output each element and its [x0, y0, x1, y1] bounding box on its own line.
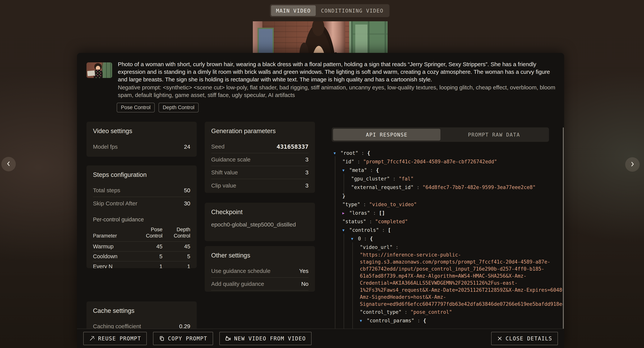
- expander-open-icon[interactable]: ▼: [342, 168, 349, 172]
- json-url-line: staging.s3.amazonaws.com/prompts/prompt_…: [332, 258, 563, 265]
- json-token: :: [358, 150, 367, 156]
- row-clip-value: Clip value 3: [211, 179, 308, 192]
- expander-closed-icon[interactable]: ▶: [342, 211, 349, 215]
- json-token: :: [414, 184, 422, 190]
- chevron-left-icon: [5, 161, 12, 168]
- json-url-line: 61a5fad8f739.mp4?X-Amz-Algorithm=AWS4-HM…: [332, 272, 563, 279]
- prompt-block: Photo of a woman with short, curly brown…: [118, 61, 557, 99]
- json-tree-row: ▼"control_params" : {: [332, 316, 563, 325]
- json-key: "meta": [349, 167, 367, 173]
- per-control-guidance-heading: Per-control guidance: [93, 216, 190, 223]
- new-video-from-video-button[interactable]: NEW VIDEO FROM VIDEO: [219, 332, 312, 345]
- copy-icon: [159, 335, 165, 341]
- json-tree-row: }: [332, 191, 563, 200]
- json-string-value: "prompt_7fccf41c-20d4-4589-a87e-cbf72674…: [363, 159, 497, 164]
- modal-scrollbar[interactable]: [563, 127, 564, 346]
- json-tree-row: ▼"controls" : [: [332, 226, 563, 234]
- json-key: "loras": [349, 210, 370, 216]
- card-title: Checkpoint: [211, 208, 308, 216]
- checkpoint-value: epoch0-global_step5000_distilled: [211, 221, 308, 228]
- card-title: Steps configuration: [93, 171, 190, 178]
- card-checkpoint: Checkpoint epoch0-global_step5000_distil…: [205, 203, 315, 241]
- json-index: 0: [358, 236, 361, 241]
- next-video-button[interactable]: [625, 157, 640, 172]
- json-tree-row: ▼0 : {: [332, 234, 563, 243]
- guidance-table: Parameter Pose Control Depth Control War…: [93, 224, 190, 268]
- indent-guide: [344, 174, 344, 196]
- json-tree-row: ▼"meta" : {: [332, 166, 563, 174]
- json-token: :: [379, 227, 388, 233]
- json-key: "external_request_id": [351, 184, 414, 190]
- copy-prompt-button[interactable]: COPY PROMPT: [153, 332, 213, 345]
- tab-conditioning-video[interactable]: CONDITIONING VIDEO: [316, 5, 388, 16]
- chevron-right-icon: [629, 161, 636, 168]
- json-tree-row: ▼"root" : {: [332, 149, 563, 157]
- json-string-value: "pose_control": [410, 309, 452, 315]
- close-icon: [497, 336, 502, 341]
- thumb-dress: [94, 70, 103, 78]
- json-string-value: "video_to_video": [369, 202, 417, 207]
- json-key: "id": [342, 159, 354, 164]
- row-model-fps: Model fps 24: [93, 140, 190, 153]
- json-tree-row: "external_request_id" : "64d8fec7-7bb7-4…: [332, 183, 563, 191]
- json-tree-row: ▶"loras" : []: [332, 209, 563, 217]
- row-caching-coefficient: Caching coefficient 0.29: [93, 320, 190, 329]
- negative-prompt-text: Negative prompt: <synthetic> <scene cut>…: [118, 84, 557, 99]
- json-token: :: [392, 244, 402, 250]
- tab-main-video[interactable]: MAIN VIDEO: [271, 5, 316, 16]
- json-token: :: [354, 159, 363, 164]
- row-use-guidance-schedule: Use guidance schedule Yes: [211, 265, 308, 278]
- json-key: "status": [342, 219, 366, 224]
- json-tree-row: "control_type" : "pose_control": [332, 308, 563, 316]
- indent-guide: [335, 156, 335, 328]
- player-tab-bar: MAIN VIDEO CONDITIONING VIDEO: [270, 4, 390, 17]
- tab-prompt-raw-data[interactable]: PROMPT RAW DATA: [440, 129, 548, 141]
- magic-wand-icon: [89, 335, 95, 341]
- json-brace: {: [423, 318, 426, 323]
- api-tab-bar: API RESPONSE PROMPT RAW DATA: [332, 127, 549, 142]
- indent-guide: [352, 242, 353, 328]
- json-url-line: Credential=AKIA366ALLS5EVWDGEMN%2F202511…: [332, 279, 563, 286]
- json-tree-row: "video_url" :: [332, 243, 563, 251]
- card-title: Other settings: [211, 252, 308, 259]
- json-url-line: Amz-SignedHeaders=host&X-Amz-: [332, 294, 563, 301]
- details-modal: Photo of a woman with short, curly brown…: [77, 53, 564, 348]
- control-tags: Pose Control Depth Control: [117, 103, 199, 112]
- expander-open-icon[interactable]: ▼: [334, 151, 340, 155]
- json-tree-row: "gpu_cluster" : "fal": [332, 174, 563, 183]
- json-string-value: "fal": [398, 176, 414, 182]
- card-video-settings: Video settings Model fps 24: [86, 122, 197, 157]
- prev-video-button[interactable]: [1, 157, 16, 171]
- json-url-line: cbf726742edd/input/pose_control_input_71…: [332, 265, 563, 272]
- json-key: "control_type": [360, 309, 402, 315]
- expander-open-icon[interactable]: ▼: [351, 237, 358, 241]
- json-token: :: [367, 167, 376, 173]
- thumb-sign: [87, 71, 95, 76]
- json-token: :: [390, 176, 399, 182]
- json-token: :: [370, 210, 379, 216]
- expander-open-icon[interactable]: ▼: [342, 228, 349, 232]
- json-tree-row: "id" : "prompt_7fccf41c-20d4-4589-a87e-c…: [332, 157, 563, 166]
- json-tree-row: "status" : "completed": [332, 217, 563, 226]
- json-tree-row: "type" : "video_to_video": [332, 200, 563, 209]
- json-key: "root": [340, 150, 358, 156]
- thumb-green-window: [102, 62, 112, 78]
- expander-open-icon[interactable]: ▼: [360, 318, 367, 323]
- prompt-thumbnail[interactable]: [86, 62, 112, 78]
- reuse-prompt-button[interactable]: REUSE PROMPT: [83, 332, 147, 345]
- json-brace: {: [367, 150, 370, 156]
- json-url-line: "https://inference-service-public-: [332, 251, 563, 258]
- json-key: "gpu_cluster": [351, 176, 390, 182]
- row-guidance-scale: Guidance scale 3: [211, 153, 308, 166]
- tag-pose-control: Pose Control: [117, 103, 155, 112]
- prompt-text: Photo of a woman with short, curly brown…: [118, 61, 557, 83]
- video-camera-icon: [225, 335, 231, 341]
- json-url-line: 1%2Fs3%2Faws4_request&X-Amz-Date=2025112…: [332, 286, 563, 294]
- tab-api-response[interactable]: API RESPONSE: [333, 129, 440, 141]
- card-title: Generation parameters: [211, 127, 308, 135]
- close-details-button[interactable]: CLOSE DETAILS: [491, 332, 558, 345]
- json-url-line: Signature=ed9d6f6efcc60477797fdb63e42dfa…: [332, 301, 563, 308]
- card-title: Video settings: [93, 127, 190, 135]
- json-token: :: [414, 318, 423, 323]
- card-generation-parameters: Generation parameters Seed 431658337 Gui…: [205, 122, 315, 193]
